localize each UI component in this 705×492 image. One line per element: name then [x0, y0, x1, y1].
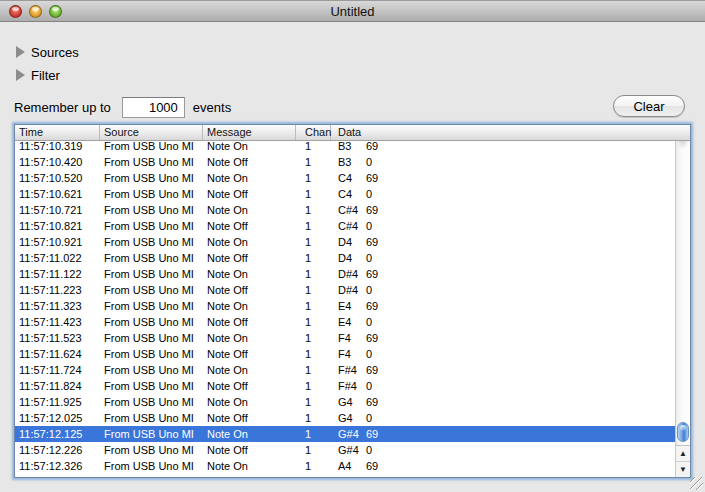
cell-chan: 1 — [296, 426, 331, 442]
cell-source: From USB Uno MI — [100, 170, 203, 186]
scroll-up-arrow-icon[interactable]: ▲ — [676, 446, 690, 462]
filter-disclosure-triangle-icon[interactable] — [16, 69, 25, 81]
cell-time: 11:57:11.925 — [15, 394, 100, 410]
cell-data: C#40 — [331, 218, 675, 234]
cell-data: G469 — [331, 394, 675, 410]
cell-data: C#469 — [331, 202, 675, 218]
events-label: events — [193, 100, 231, 115]
cell-chan: 1 — [296, 266, 331, 282]
table-row[interactable]: 11:57:10.821From USB Uno MINote Off1C#40 — [15, 218, 675, 234]
cell-time: 11:57:10.420 — [15, 154, 100, 170]
table-row[interactable]: 11:57:12.125From USB Uno MINote On1G#469 — [15, 426, 675, 442]
cell-data: D469 — [331, 234, 675, 250]
sources-disclosure-triangle-icon[interactable] — [16, 46, 25, 58]
table-row[interactable]: 11:57:11.925From USB Uno MINote On1G469 — [15, 394, 675, 410]
scroll-down-arrow-icon[interactable]: ▼ — [676, 462, 690, 478]
column-header-chan[interactable]: Chan — [296, 125, 331, 140]
column-header-message[interactable]: Message — [203, 125, 296, 140]
cell-chan: 1 — [296, 378, 331, 394]
cell-source: From USB Uno MI — [100, 410, 203, 426]
cell-source: From USB Uno MI — [100, 362, 203, 378]
cell-time: 11:57:11.022 — [15, 250, 100, 266]
cell-source: From USB Uno MI — [100, 141, 203, 154]
cell-source: From USB Uno MI — [100, 202, 203, 218]
table-row[interactable]: 11:57:11.423From USB Uno MINote Off1E40 — [15, 314, 675, 330]
resize-grip-icon[interactable] — [690, 477, 703, 490]
cell-chan: 1 — [296, 346, 331, 362]
cell-chan: 1 — [296, 314, 331, 330]
column-header-source[interactable]: Source — [100, 125, 203, 140]
cell-chan: 1 — [296, 202, 331, 218]
cell-message: Note On — [203, 202, 296, 218]
table-row[interactable]: 11:57:10.721From USB Uno MINote On1C#469 — [15, 202, 675, 218]
cell-chan: 1 — [296, 186, 331, 202]
cell-chan: 1 — [296, 442, 331, 458]
table-row[interactable]: 11:57:11.724From USB Uno MINote On1F#469 — [15, 362, 675, 378]
cell-message: Note On — [203, 362, 296, 378]
table-row[interactable]: 11:57:12.226From USB Uno MINote Off1G#40 — [15, 442, 675, 458]
cell-time: 11:57:10.520 — [15, 170, 100, 186]
table-row[interactable]: 11:57:11.824From USB Uno MINote Off1F#40 — [15, 378, 675, 394]
cell-time: 11:57:12.326 — [15, 458, 100, 474]
cell-chan: 1 — [296, 170, 331, 186]
cell-data: G40 — [331, 410, 675, 426]
table-row[interactable]: 11:57:11.523From USB Uno MINote On1F469 — [15, 330, 675, 346]
cell-data: A469 — [331, 458, 675, 474]
table-row[interactable]: 11:57:10.921From USB Uno MINote On1D469 — [15, 234, 675, 250]
title-bar[interactable]: Untitled — [0, 0, 705, 22]
column-header-data[interactable]: Data — [331, 125, 690, 140]
vertical-scrollbar[interactable]: ▲ ▼ — [675, 141, 690, 477]
cell-message: Note On — [203, 298, 296, 314]
table-row[interactable]: 11:57:10.319From USB Uno MINote On1B369 — [15, 141, 675, 154]
cell-data: F40 — [331, 346, 675, 362]
cell-data: D#469 — [331, 266, 675, 282]
cell-chan: 1 — [296, 410, 331, 426]
table-row[interactable]: 11:57:12.326From USB Uno MINote On1A469 — [15, 458, 675, 474]
table-row[interactable]: 11:57:11.323From USB Uno MINote On1E469 — [15, 298, 675, 314]
cell-message: Note On — [203, 141, 296, 154]
cell-message: Note On — [203, 458, 296, 474]
table-row[interactable]: 11:57:11.122From USB Uno MINote On1D#469 — [15, 266, 675, 282]
table-row[interactable]: 11:57:11.223From USB Uno MINote Off1D#40 — [15, 282, 675, 298]
cell-message: Note On — [203, 394, 296, 410]
cell-time: 11:57:10.921 — [15, 234, 100, 250]
table-row[interactable]: 11:57:10.621From USB Uno MINote Off1C40 — [15, 186, 675, 202]
sources-disclosure[interactable]: Sources — [14, 44, 79, 60]
cell-data: G#40 — [331, 442, 675, 458]
column-header-time[interactable]: Time — [15, 125, 100, 140]
cell-chan: 1 — [296, 330, 331, 346]
cell-time: 11:57:12.226 — [15, 442, 100, 458]
cell-source: From USB Uno MI — [100, 234, 203, 250]
cell-time: 11:57:11.423 — [15, 314, 100, 330]
cell-message: Note On — [203, 266, 296, 282]
cell-message: Note Off — [203, 378, 296, 394]
clear-button[interactable]: Clear — [613, 95, 685, 117]
cell-data: E469 — [331, 298, 675, 314]
cell-message: Note Off — [203, 218, 296, 234]
cell-chan: 1 — [296, 298, 331, 314]
cell-time: 11:57:10.721 — [15, 202, 100, 218]
cell-source: From USB Uno MI — [100, 266, 203, 282]
table-row[interactable]: 11:57:10.420From USB Uno MINote Off1B30 — [15, 154, 675, 170]
cell-data: D40 — [331, 250, 675, 266]
table-row[interactable]: 11:57:12.025From USB Uno MINote Off1G40 — [15, 410, 675, 426]
filter-disclosure[interactable]: Filter — [14, 67, 60, 83]
cell-time: 11:57:11.724 — [15, 362, 100, 378]
table-body: 11:57:10.319From USB Uno MINote On1B3691… — [15, 141, 675, 477]
cell-time: 11:57:10.821 — [15, 218, 100, 234]
cell-source: From USB Uno MI — [100, 346, 203, 362]
cell-message: Note Off — [203, 314, 296, 330]
cell-source: From USB Uno MI — [100, 426, 203, 442]
remember-events-input[interactable] — [122, 97, 185, 118]
table-row[interactable]: 11:57:10.520From USB Uno MINote On1C469 — [15, 170, 675, 186]
table-row[interactable]: 11:57:11.624From USB Uno MINote Off1F40 — [15, 346, 675, 362]
cell-message: Note On — [203, 234, 296, 250]
cell-message: Note Off — [203, 346, 296, 362]
cell-chan: 1 — [296, 394, 331, 410]
scrollbar-thumb[interactable] — [677, 422, 689, 442]
cell-message: Note Off — [203, 442, 296, 458]
table-row[interactable]: 11:57:11.022From USB Uno MINote Off1D40 — [15, 250, 675, 266]
cell-source: From USB Uno MI — [100, 218, 203, 234]
cell-data: B369 — [331, 141, 675, 154]
cell-time: 11:57:12.025 — [15, 410, 100, 426]
